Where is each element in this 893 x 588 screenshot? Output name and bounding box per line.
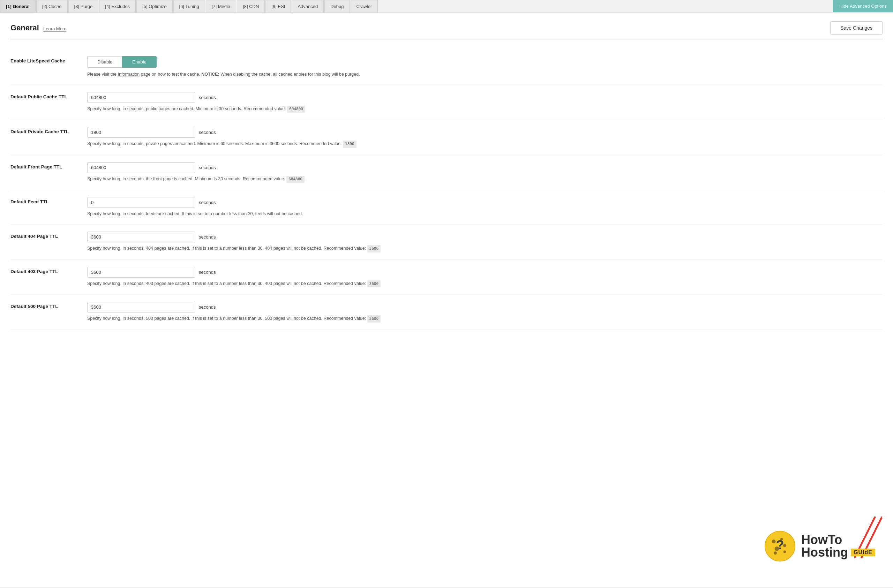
403-ttl-unit: seconds [199, 269, 216, 275]
input-unit-group-403: seconds [87, 267, 882, 278]
setting-label-public-cache-ttl: Default Public Cache TTL [11, 92, 87, 99]
front-page-ttl-description: Specify how long, in seconds, the front … [87, 176, 882, 183]
save-changes-button[interactable]: Save Changes [830, 21, 882, 35]
tab-excludes[interactable]: [4] Excludes [99, 0, 136, 12]
input-unit-group-public: seconds [87, 92, 882, 103]
input-unit-group-private: seconds [87, 127, 882, 138]
input-unit-group-feed: seconds [87, 197, 882, 208]
input-unit-group-front: seconds [87, 162, 882, 173]
input-unit-group-500: seconds [87, 302, 882, 313]
hide-advanced-button[interactable]: Hide Advanced Options [833, 0, 893, 12]
tab-advanced[interactable]: Advanced [292, 0, 324, 12]
setting-control-feed-ttl: seconds Specify how long, in seconds, fe… [87, 197, 882, 217]
page-header-left: General Learn More [11, 23, 66, 32]
tab-crawler[interactable]: Crawler [350, 0, 378, 12]
setting-row-private-cache-ttl: Default Private Cache TTL seconds Specif… [11, 120, 882, 155]
main-content: General Learn More Save Changes Enable L… [0, 13, 893, 587]
setting-control-enable-litespeed-cache: Disable Enable Please visit the Informat… [87, 56, 882, 78]
tab-esi[interactable]: [9] ESI [265, 0, 291, 12]
toggle-group: Disable Enable [87, 56, 882, 68]
500-ttl-recommended: 3600 [367, 315, 381, 323]
front-page-ttl-unit: seconds [199, 165, 216, 170]
enable-cache-description: Please visit the Information page on how… [87, 71, 882, 78]
setting-row-feed-ttl: Default Feed TTL seconds Specify how lon… [11, 190, 882, 225]
setting-row-403-ttl: Default 403 Page TTL seconds Specify how… [11, 260, 882, 295]
500-ttl-unit: seconds [199, 304, 216, 310]
tab-media[interactable]: [7] Media [206, 0, 236, 12]
public-cache-ttl-unit: seconds [199, 95, 216, 100]
500-ttl-input[interactable] [87, 302, 195, 313]
setting-row-404-ttl: Default 404 Page TTL seconds Specify how… [11, 225, 882, 260]
setting-control-404-ttl: seconds Specify how long, in seconds, 40… [87, 232, 882, 253]
tab-purge[interactable]: [3] Purge [68, 0, 99, 12]
tab-debug[interactable]: Debug [325, 0, 350, 12]
private-cache-ttl-description: Specify how long, in seconds, private pa… [87, 141, 882, 148]
learn-more-link[interactable]: Learn More [43, 26, 66, 32]
setting-label-500-ttl: Default 500 Page TTL [11, 302, 87, 309]
setting-label-front-page-ttl: Default Front Page TTL [11, 162, 87, 170]
page-title: General [11, 23, 39, 32]
public-cache-ttl-input[interactable] [87, 92, 195, 103]
tab-tuning[interactable]: [6] Tuning [173, 0, 205, 12]
front-page-ttl-recommended: 604800 [286, 176, 305, 183]
404-ttl-description: Specify how long, in seconds, 404 pages … [87, 245, 882, 253]
500-ttl-description: Specify how long, in seconds, 500 pages … [87, 315, 882, 323]
feed-ttl-unit: seconds [199, 200, 216, 205]
private-cache-ttl-unit: seconds [199, 130, 216, 135]
403-ttl-recommended: 3600 [367, 280, 381, 288]
setting-control-front-page-ttl: seconds Specify how long, in seconds, th… [87, 162, 882, 183]
setting-control-private-cache-ttl: seconds Specify how long, in seconds, pr… [87, 127, 882, 148]
setting-row-enable-litespeed-cache: Enable LiteSpeed Cache Disable Enable Pl… [11, 49, 882, 85]
404-ttl-input[interactable] [87, 232, 195, 242]
setting-label-feed-ttl: Default Feed TTL [11, 197, 87, 205]
feed-ttl-input[interactable] [87, 197, 195, 208]
tab-general[interactable]: [1] General [0, 0, 36, 12]
tab-cache[interactable]: [2] Cache [36, 0, 68, 12]
setting-row-public-cache-ttl: Default Public Cache TTL seconds Specify… [11, 85, 882, 120]
public-cache-ttl-recommended: 604800 [287, 106, 305, 113]
setting-row-front-page-ttl: Default Front Page TTL seconds Specify h… [11, 155, 882, 190]
input-unit-group-404: seconds [87, 232, 882, 242]
setting-label-403-ttl: Default 403 Page TTL [11, 267, 87, 274]
tab-cdn[interactable]: [8] CDN [237, 0, 265, 12]
disable-toggle-button[interactable]: Disable [87, 56, 122, 68]
information-link[interactable]: Information [118, 72, 140, 77]
public-cache-ttl-description: Specify how long, in seconds, public pag… [87, 106, 882, 113]
403-ttl-description: Specify how long, in seconds, 403 pages … [87, 280, 882, 288]
tab-optimize[interactable]: [5] Optimize [137, 0, 172, 12]
page-header: General Learn More Save Changes [11, 21, 882, 39]
setting-label-private-cache-ttl: Default Private Cache TTL [11, 127, 87, 134]
403-ttl-input[interactable] [87, 267, 195, 278]
setting-label-404-ttl: Default 404 Page TTL [11, 232, 87, 239]
private-cache-ttl-input[interactable] [87, 127, 195, 138]
setting-control-public-cache-ttl: seconds Specify how long, in seconds, pu… [87, 92, 882, 113]
private-cache-ttl-recommended: 1800 [343, 141, 356, 148]
front-page-ttl-input[interactable] [87, 162, 195, 173]
notice-text: NOTICE: [201, 72, 219, 77]
setting-row-500-ttl: Default 500 Page TTL seconds Specify how… [11, 295, 882, 330]
feed-ttl-description: Specify how long, in seconds, feeds are … [87, 211, 882, 217]
enable-toggle-button[interactable]: Enable [122, 56, 156, 68]
setting-control-500-ttl: seconds Specify how long, in seconds, 50… [87, 302, 882, 323]
404-ttl-recommended: 3600 [367, 245, 381, 253]
setting-label-enable-litespeed-cache: Enable LiteSpeed Cache [11, 56, 87, 63]
404-ttl-unit: seconds [199, 235, 216, 240]
setting-control-403-ttl: seconds Specify how long, in seconds, 40… [87, 267, 882, 288]
tab-bar: [1] General [2] Cache [3] Purge [4] Excl… [0, 0, 893, 13]
